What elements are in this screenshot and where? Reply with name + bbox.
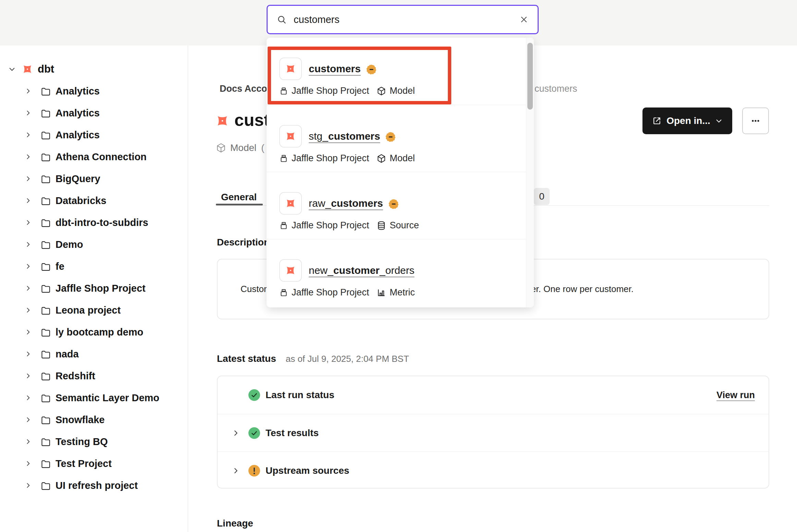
dropdown-scrollbar-track[interactable] [526, 38, 534, 307]
search-box[interactable] [267, 5, 539, 34]
search-result-customers[interactable]: customers Jaffle Shop Project Model [267, 38, 534, 105]
sidebar-item-dbt[interactable]: dbt [0, 58, 188, 80]
clear-search-icon[interactable] [519, 15, 529, 24]
chevron-right-icon[interactable] [25, 263, 32, 270]
status-row-label: Upstream sources [266, 465, 349, 476]
latest-status-heading: Latest status as of Jul 9, 2025, 2:04 PM… [217, 353, 409, 364]
sidebar-item-label: Analytics [56, 86, 100, 97]
sidebar-item-project[interactable]: Test Project [0, 453, 188, 474]
chevron-right-icon[interactable] [25, 351, 32, 357]
sidebar-item-project[interactable]: Snowflake [0, 409, 188, 431]
dbt-logo-icon [279, 125, 302, 148]
project-sidebar: dbt Analytics Analytics Analytics Athena… [0, 46, 188, 532]
dbt-logo-icon [279, 259, 302, 282]
open-in-label: Open in... [666, 115, 710, 126]
sidebar-item-label: Analytics [56, 129, 100, 141]
lineage-heading: Lineage [217, 518, 253, 529]
sidebar-item-project[interactable]: Redshift [0, 365, 188, 387]
sidebar-item-label: dbt [38, 63, 54, 75]
result-project: Jaffle Shop Project [292, 86, 369, 96]
folder-icon [40, 371, 51, 381]
breadcrumb: Docs Acco [220, 84, 267, 94]
result-name-link[interactable]: raw_customers [309, 198, 383, 209]
sidebar-item-project[interactable]: UI refresh project [0, 474, 188, 496]
tab-count-badge[interactable]: 0 [534, 188, 550, 205]
search-results-dropdown: customers Jaffle Shop Project Model stg_… [267, 38, 534, 307]
sidebar-item-project[interactable]: fe [0, 255, 188, 277]
chevron-right-icon[interactable] [232, 429, 240, 437]
sidebar-item-project[interactable]: Analytics [0, 124, 188, 146]
chevron-right-icon[interactable] [25, 88, 32, 94]
warning-icon [248, 465, 260, 477]
dropdown-scrollbar-thumb[interactable] [527, 43, 533, 110]
view-run-link[interactable]: View run [716, 390, 755, 401]
project-icon [279, 288, 288, 297]
chevron-right-icon[interactable] [25, 438, 32, 445]
success-icon [248, 389, 260, 401]
chevron-right-icon[interactable] [25, 394, 32, 401]
more-button[interactable] [742, 107, 769, 134]
sidebar-item-project[interactable]: BigQuery [0, 168, 188, 190]
resource-meta: Model ( [216, 142, 265, 153]
dbt-logo-icon [215, 113, 230, 128]
model-icon [216, 143, 226, 153]
sidebar-item-project[interactable]: Testing BQ [0, 431, 188, 453]
chevron-right-icon[interactable] [25, 416, 32, 423]
chevron-right-icon[interactable] [25, 460, 32, 467]
chevron-right-icon[interactable] [25, 329, 32, 335]
result-name-link[interactable]: new_customer_orders [309, 265, 414, 276]
search-result-stg-customers[interactable]: stg_customers Jaffle Shop Project Model [267, 105, 534, 172]
chevron-right-icon[interactable] [25, 372, 32, 379]
chevron-right-icon[interactable] [25, 197, 32, 204]
sidebar-item-label: Snowflake [56, 414, 105, 426]
chevron-right-icon[interactable] [25, 110, 32, 116]
sidebar-item-project[interactable]: Analytics [0, 80, 188, 102]
latest-status-label: Latest status [217, 353, 276, 364]
folder-icon [40, 480, 51, 491]
sidebar-item-project[interactable]: ly bootcamp demo [0, 321, 188, 343]
search-input[interactable] [293, 14, 519, 26]
chevron-right-icon[interactable] [25, 131, 32, 138]
chevron-down-icon[interactable] [8, 65, 16, 73]
tab-general[interactable]: General [221, 192, 257, 203]
success-icon [248, 427, 260, 439]
chevron-right-icon[interactable] [25, 153, 32, 160]
chevron-down-icon [715, 117, 723, 125]
chevron-right-icon[interactable] [25, 175, 32, 182]
sidebar-item-project[interactable]: Leona project [0, 299, 188, 321]
search-result-new-customer-orders[interactable]: new_customer_orders Jaffle Shop Project … [267, 239, 534, 306]
sidebar-item-label: Databricks [56, 195, 106, 206]
folder-icon [40, 305, 51, 315]
dbt-explorer-screen: dbt Analytics Analytics Analytics Athena… [0, 0, 797, 532]
folder-icon [40, 195, 51, 206]
status-row-label: Last run status [266, 390, 334, 401]
description-heading: Description [217, 237, 270, 248]
chevron-right-icon[interactable] [25, 219, 32, 226]
search-result-raw-customers[interactable]: raw_customers Jaffle Shop Project Source [267, 172, 534, 239]
sidebar-item-project[interactable]: Analytics [0, 102, 188, 124]
staleness-badge-icon [366, 64, 377, 75]
sidebar-item-project[interactable]: dbt-intro-to-subdirs [0, 212, 188, 233]
result-type: Model [390, 86, 415, 96]
test-results-row[interactable]: Test results [218, 414, 769, 452]
sidebar-item-project[interactable]: Demo [0, 233, 188, 255]
sidebar-item-project[interactable]: Databricks [0, 190, 188, 212]
sidebar-item-label: fe [56, 261, 64, 272]
chevron-right-icon[interactable] [25, 482, 32, 489]
chevron-right-icon[interactable] [25, 307, 32, 314]
chevron-right-icon[interactable] [25, 241, 32, 248]
upstream-sources-row[interactable]: Upstream sources [218, 452, 769, 489]
model-icon [377, 154, 386, 163]
chevron-right-icon[interactable] [25, 285, 32, 292]
open-in-button[interactable]: Open in... [642, 107, 732, 134]
sidebar-item-project[interactable]: nada [0, 343, 188, 365]
chevron-right-icon[interactable] [232, 467, 240, 474]
sidebar-item-project[interactable]: Athena Connection [0, 146, 188, 168]
result-name-link[interactable]: stg_customers [309, 130, 380, 142]
result-name-link[interactable]: customers [309, 63, 361, 75]
resource-type-label: Model [230, 142, 256, 153]
folder-icon [40, 217, 51, 228]
sidebar-item-project[interactable]: Jaffle Shop Project [0, 277, 188, 299]
sidebar-item-label: Athena Connection [56, 151, 147, 163]
sidebar-item-project[interactable]: Semantic Layer Demo [0, 387, 188, 409]
